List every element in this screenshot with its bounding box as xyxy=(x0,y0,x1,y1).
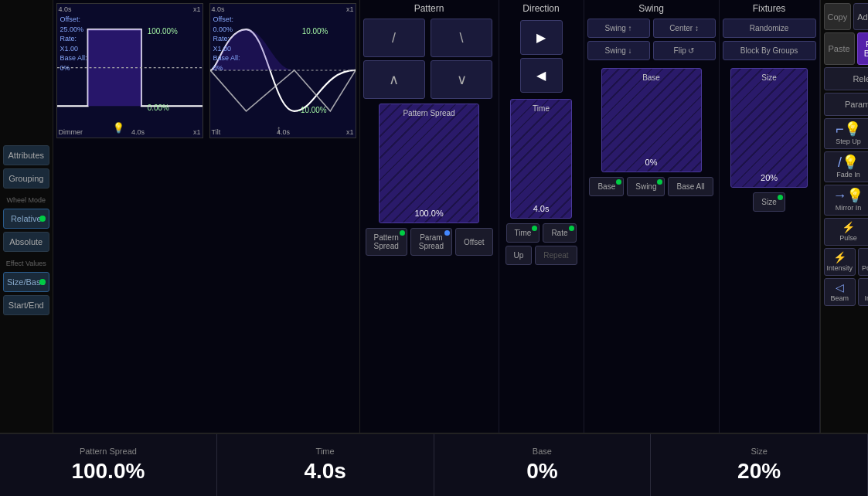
paste-button[interactable]: Paste xyxy=(824,32,855,65)
randomize-btn[interactable]: Randomize xyxy=(723,19,816,38)
bottom-value-time: 4.0s xyxy=(304,459,346,484)
right-row-3: Release All xyxy=(824,67,868,90)
pattern-btn-ramp-down[interactable]: \ xyxy=(431,19,492,57)
fade-in-btn[interactable]: /💡 Fade In xyxy=(824,151,868,182)
pattern-spread-label: Pattern Spread xyxy=(403,109,454,117)
absolute-button[interactable]: Absolute xyxy=(3,232,49,252)
pattern-spread-value: 100.0% xyxy=(414,209,443,218)
right-row-1: Copy Advanced... ⊗ xyxy=(824,3,868,30)
size-base-button[interactable]: Size/Base xyxy=(3,272,49,292)
direction-reverse-btn[interactable]: ◀ xyxy=(520,58,563,93)
main-content: Pattern / \ ∧ ∨ Pattern Spread 100.0% Pa… xyxy=(360,0,820,433)
fixtures-title: Fixtures xyxy=(753,3,786,14)
step-up-icon: ⌐💡 xyxy=(836,122,861,136)
all-row: All xyxy=(824,308,868,317)
right-row-5: /💡 Fade In \💡 Fade Out xyxy=(824,151,868,182)
time-slider[interactable]: Time 4.0s xyxy=(510,99,572,219)
dimmer-footer: Dimmer 4.0s x1 xyxy=(59,128,201,136)
center-btn[interactable]: Center ↕ xyxy=(653,19,716,38)
tilt-time: 4.0s xyxy=(212,5,225,13)
bottom-item-size: Size 20% xyxy=(651,434,868,496)
block-by-groups-btn[interactable]: Block By Groups xyxy=(723,41,816,60)
base-slider-stripes xyxy=(602,69,701,172)
tilt-footer: Tilt 4.0s x1 xyxy=(212,128,354,136)
position-label: Position xyxy=(862,264,868,272)
attributes-button[interactable]: Attributes xyxy=(3,145,49,165)
fixtures-bottom-btns: Size xyxy=(723,192,816,212)
param-spread-btn[interactable]: ParamSpread xyxy=(410,228,452,256)
dimmer-time: 4.0s xyxy=(59,5,72,13)
direction-forward-btn[interactable]: ▶ xyxy=(520,20,563,55)
base-slider-value: 0% xyxy=(645,158,658,167)
bottom-item-base: Base 0% xyxy=(434,434,652,496)
base-btn[interactable]: Base xyxy=(589,177,624,196)
beam-btn[interactable]: ◁ Beam xyxy=(824,278,856,306)
param-release-button[interactable]: Param Release xyxy=(824,93,868,116)
intensity-btn[interactable]: ⚡ Intensity xyxy=(824,248,856,276)
beam-icon: ◁ xyxy=(836,282,844,293)
pattern-spread-btn[interactable]: PatternSpread xyxy=(366,228,407,256)
size-slider[interactable]: Size 20% xyxy=(730,68,808,188)
bottom-value-base: 0% xyxy=(526,459,557,484)
pattern-spread-slider[interactable]: Pattern Spread 100.0% xyxy=(379,104,479,223)
base-slider[interactable]: Base 0% xyxy=(601,68,702,172)
grouping-button[interactable]: Grouping xyxy=(3,168,49,189)
right-row-8: ⚡ Intensity ✦ Position 🎨 Color xyxy=(824,248,868,276)
waveform-header-dimmer: 4.0s x1 xyxy=(59,5,201,13)
pattern-btn-valley[interactable]: ∨ xyxy=(431,60,492,99)
start-end-button[interactable]: Start/End xyxy=(3,295,49,315)
position-btn[interactable]: ✦ Position xyxy=(858,248,868,276)
pulse-btn[interactable]: ⚡ Pulse xyxy=(824,218,868,246)
base-all-btn[interactable]: Base All xyxy=(668,177,713,196)
pulse-label: Pulse xyxy=(839,234,857,242)
bottom-value-size: 20% xyxy=(737,459,781,484)
swing-down-btn[interactable]: Swing ↓ xyxy=(587,41,650,60)
dimmer-waveform: 4.0s x1 Offset: 25.00% Rate: X1.00 Base … xyxy=(56,3,203,138)
direction-bottom-btns: Time Rate Up Repeat xyxy=(502,223,580,265)
bottom-label-base: Base xyxy=(533,447,552,456)
time-btn[interactable]: Time xyxy=(506,223,540,243)
mirror-in-label: Mirror In xyxy=(836,204,862,212)
copy-button[interactable]: Copy xyxy=(824,3,852,30)
waveform-area: 4.0s x1 Offset: 25.00% Rate: X1.00 Base … xyxy=(53,0,360,433)
bottom-label-pattern-spread: Pattern Spread xyxy=(80,447,137,456)
up-btn[interactable]: Up xyxy=(505,246,533,265)
dimmer-footer-time: 4.0s xyxy=(131,128,145,136)
flip-btn[interactable]: Flip ↺ xyxy=(653,41,716,60)
pattern-bottom-btns: PatternSpread ParamSpread Offset xyxy=(363,228,495,256)
step-up-btn[interactable]: ⌐💡 Step Up xyxy=(824,118,868,149)
time-slider-stripes xyxy=(511,100,571,218)
main-container: Attributes Grouping Wheel Mode Relative … xyxy=(0,0,868,496)
bottom-item-time: Time 4.0s xyxy=(217,434,434,496)
right-row-6: →💡 Mirror In ←💡 Mirror Out xyxy=(824,185,868,216)
pattern-btn-ramp-up[interactable]: / xyxy=(363,19,425,57)
image-btn[interactable]: 🖼 Image xyxy=(858,278,868,306)
size-slider-value: 20% xyxy=(761,173,778,182)
size-btn[interactable]: Size xyxy=(753,192,785,212)
fade-in-label: Fade In xyxy=(836,171,860,178)
waveform-header-tilt: 4.0s x1 xyxy=(212,5,354,13)
offset-btn[interactable]: Offset xyxy=(455,228,493,256)
repeat-btn[interactable]: Repeat xyxy=(535,246,577,265)
swing-btn[interactable]: Swing xyxy=(627,177,665,196)
release-all-button[interactable]: Release All xyxy=(824,67,868,90)
left-panel: Attributes Grouping Wheel Mode Relative … xyxy=(0,0,53,433)
time-slider-label: Time xyxy=(533,104,550,113)
right-row-3b: Param Release xyxy=(824,93,868,116)
beam-label: Beam xyxy=(831,294,849,302)
pre-built-button[interactable]: Pre Built xyxy=(857,32,869,65)
pattern-btn-triangle[interactable]: ∧ xyxy=(363,60,425,99)
rate-btn[interactable]: Rate xyxy=(543,223,576,243)
bottom-label-size: Size xyxy=(751,447,767,456)
swing-up-btn[interactable]: Swing ↑ xyxy=(587,19,650,38)
direction-title: Direction xyxy=(523,3,559,14)
mirror-in-btn[interactable]: →💡 Mirror In xyxy=(824,185,868,216)
tilt-footer-time: 4.0s xyxy=(277,128,290,136)
advanced-button[interactable]: Advanced... xyxy=(853,3,868,30)
bottom-label-time: Time xyxy=(316,447,335,456)
wheel-mode-label: Wheel Mode xyxy=(3,196,49,204)
right-panel: Copy Advanced... ⊗ Paste Pre Built Curve… xyxy=(820,0,868,433)
tilt-multiplier: x1 xyxy=(346,5,354,13)
top-section: Attributes Grouping Wheel Mode Relative … xyxy=(0,0,868,433)
relative-button[interactable]: Relative xyxy=(3,209,49,229)
